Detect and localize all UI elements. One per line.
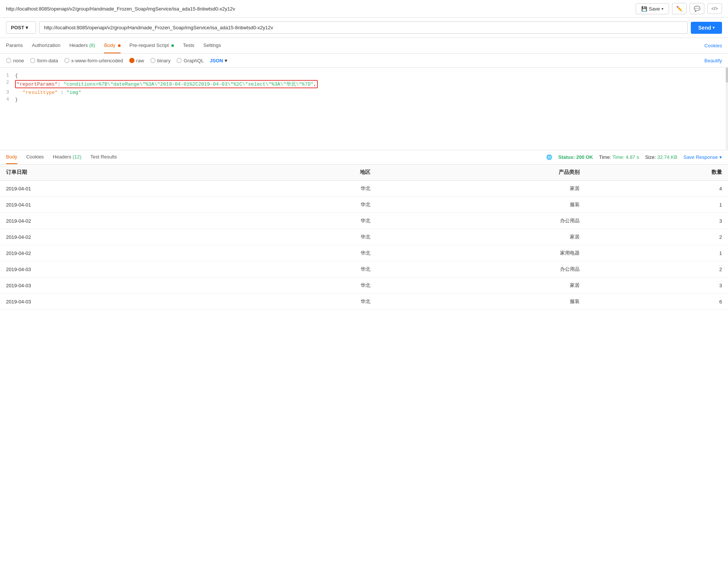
radio-binary	[150, 58, 156, 63]
tab-tests[interactable]: Tests	[183, 38, 194, 53]
radio-none	[6, 58, 11, 63]
col-header-region: 地区	[234, 164, 376, 181]
globe-icon: 🌐	[546, 154, 552, 160]
save-button[interactable]: 💾 Save ▾	[636, 3, 669, 14]
code-line-3: 3 "resulttype" : "img"	[0, 89, 728, 96]
time-label: Time: Time: 4.87 s	[599, 154, 639, 160]
cell-region: 华北	[234, 277, 376, 294]
top-bar-url: http://localhost:8085/openapi/v2/group/H…	[6, 6, 636, 12]
pre-request-dot	[171, 44, 174, 47]
save-response-chevron-icon: ▾	[719, 154, 722, 160]
cell-date: 2019-04-01	[0, 181, 234, 197]
tab-authorization[interactable]: Authorization	[32, 38, 60, 53]
opt-urlencoded[interactable]: x-www-form-urlencoded	[64, 58, 123, 63]
cell-date: 2019-04-03	[0, 261, 234, 277]
table-row: 2019-04-03 华北 办公用品 2	[0, 261, 728, 277]
tab-pre-request-script[interactable]: Pre-request Script	[130, 38, 174, 53]
opt-none[interactable]: none	[6, 58, 24, 63]
rtab-body[interactable]: Body	[6, 150, 17, 164]
col-header-category: 产品类别	[376, 164, 585, 181]
code-line-2: 2 "reportParams": "conditions=%7B\"dateR…	[0, 79, 728, 89]
opt-binary[interactable]: binary	[150, 58, 171, 63]
table-row: 2019-04-03 华北 家居 3	[0, 277, 728, 294]
cell-date: 2019-04-03	[0, 294, 234, 310]
comment-icon-button[interactable]: 💬	[690, 3, 704, 14]
code-line-4: 4 }	[0, 96, 728, 103]
code-editor[interactable]: 1 { 2 "reportParams": "conditions=%7B\"d…	[0, 68, 728, 150]
beautify-button[interactable]: Beautify	[704, 58, 722, 63]
cell-region: 华北	[234, 181, 376, 197]
cell-date: 2019-04-02	[0, 229, 234, 245]
rtab-cookies[interactable]: Cookies	[26, 150, 44, 164]
table-row: 2019-04-02 华北 家用电器 1	[0, 245, 728, 261]
radio-raw	[129, 58, 134, 63]
highlighted-line: "reportParams": "conditions=%7B\"dateRan…	[15, 80, 318, 88]
send-chevron-icon: ▾	[713, 26, 714, 30]
response-table: 订单日期 地区 产品类别 数量 2019-04-01 华北 家居 4 2019-…	[0, 164, 728, 310]
edit-icon-button[interactable]: ✏️	[672, 3, 687, 14]
cell-category: 办公用品	[376, 261, 585, 277]
col-header-quantity: 数量	[586, 164, 728, 181]
format-label: JSON	[210, 58, 223, 63]
body-dot	[118, 44, 121, 47]
method-chevron-icon: ▾	[26, 25, 28, 30]
col-header-date: 订单日期	[0, 164, 234, 181]
method-label: POST	[11, 25, 24, 30]
opt-form-data[interactable]: form-data	[30, 58, 58, 63]
rtab-test-results[interactable]: Test Results	[90, 150, 117, 164]
top-bar: http://localhost:8085/openapi/v2/group/H…	[0, 0, 728, 18]
table-row: 2019-04-01 华北 服装 1	[0, 197, 728, 213]
opt-raw[interactable]: raw	[129, 58, 144, 63]
radio-urlencoded	[64, 58, 69, 63]
cell-date: 2019-04-03	[0, 277, 234, 294]
opt-graphql[interactable]: GraphQL	[177, 58, 204, 63]
send-button[interactable]: Send ▾	[691, 22, 722, 34]
table-row: 2019-04-01 华北 家居 4	[0, 181, 728, 197]
tab-body[interactable]: Body	[104, 38, 120, 53]
table-row: 2019-04-02 华北 办公用品 3	[0, 213, 728, 229]
table-row: 2019-04-03 华北 服装 6	[0, 294, 728, 310]
cell-region: 华北	[234, 245, 376, 261]
tab-settings[interactable]: Settings	[203, 38, 221, 53]
response-meta: 🌐 Status: 200 OK Time: Time: 4.87 s Size…	[546, 154, 722, 160]
request-tabs: Params Authorization Headers (8) Body Pr…	[0, 38, 728, 54]
status-label: Status: 200 OK	[558, 154, 593, 160]
radio-graphql	[177, 58, 182, 63]
format-dropdown[interactable]: JSON ▾	[210, 57, 227, 63]
cell-date: 2019-04-02	[0, 213, 234, 229]
method-select[interactable]: POST ▾	[6, 21, 36, 34]
cell-quantity: 6	[586, 294, 728, 310]
rtab-headers[interactable]: Headers (12)	[53, 150, 82, 164]
cell-quantity: 2	[586, 229, 728, 245]
request-bar: POST ▾ Send ▾	[0, 18, 728, 38]
cell-category: 家居	[376, 229, 585, 245]
top-bar-actions: 💾 Save ▾ ✏️ 💬 </>	[636, 3, 722, 14]
cookies-link[interactable]: Cookies	[704, 43, 722, 48]
cell-quantity: 3	[586, 213, 728, 229]
cell-region: 华北	[234, 229, 376, 245]
radio-form-data	[30, 58, 35, 63]
size-label: Size: 32.74 KB	[645, 154, 677, 160]
cell-region: 华北	[234, 261, 376, 277]
tab-headers[interactable]: Headers (8)	[69, 38, 95, 53]
cell-category: 家居	[376, 277, 585, 294]
cell-date: 2019-04-02	[0, 245, 234, 261]
save-response-button[interactable]: Save Response ▾	[683, 154, 722, 160]
format-chevron-icon: ▾	[225, 57, 227, 63]
body-options: none form-data x-www-form-urlencoded raw…	[0, 54, 728, 68]
cell-quantity: 1	[586, 197, 728, 213]
editor-scrollbar[interactable]	[726, 68, 728, 150]
cell-region: 华北	[234, 197, 376, 213]
cell-quantity: 2	[586, 261, 728, 277]
tab-params[interactable]: Params	[6, 38, 23, 53]
cell-region: 华北	[234, 213, 376, 229]
response-table-container: 订单日期 地区 产品类别 数量 2019-04-01 华北 家居 4 2019-…	[0, 164, 728, 310]
cell-date: 2019-04-01	[0, 197, 234, 213]
cell-quantity: 4	[586, 181, 728, 197]
response-tabs: Body Cookies Headers (12) Test Results 🌐…	[0, 150, 728, 164]
url-input[interactable]	[39, 21, 688, 34]
cell-category: 办公用品	[376, 213, 585, 229]
cell-category: 家用电器	[376, 245, 585, 261]
code-button[interactable]: </>	[707, 3, 722, 14]
cell-category: 服装	[376, 294, 585, 310]
